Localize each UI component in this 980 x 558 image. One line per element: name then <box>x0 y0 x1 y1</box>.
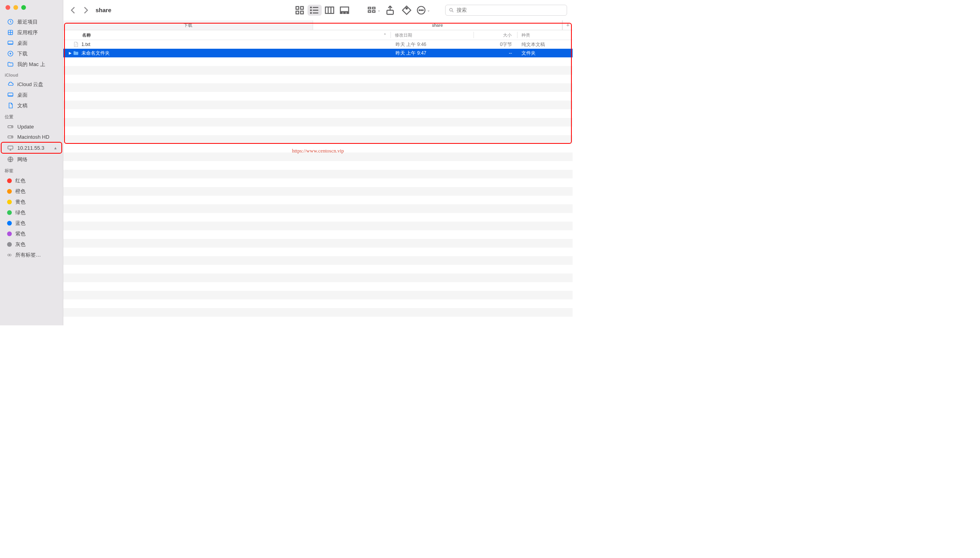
empty-row <box>63 66 573 75</box>
sidebar-item-macintosh-hd[interactable]: Macintosh HD <box>2 132 61 142</box>
highlighted-sidebar-location: 10.211.55.3 ▲ <box>1 142 62 154</box>
disclosure-triangle-icon[interactable]: ▶ <box>67 51 73 55</box>
close-window-button[interactable] <box>6 5 10 10</box>
column-header-date[interactable]: 修改日期 <box>391 32 473 38</box>
sidebar-item-label: 黄色 <box>15 198 26 206</box>
empty-row <box>63 75 573 83</box>
tab-share[interactable]: share <box>313 20 563 30</box>
svg-point-35 <box>449 8 452 11</box>
svg-point-34 <box>422 9 423 10</box>
tag-dot-icon <box>7 178 12 183</box>
empty-row <box>63 178 573 187</box>
file-row[interactable]: ▶ 未命名文件夹 昨天 上午 9:47 -- 文件夹 <box>63 49 573 57</box>
sidebar-item-network-host[interactable]: 10.211.55.3 ▲ <box>2 143 61 153</box>
sidebar-item-recents[interactable]: 最近项目 <box>2 17 61 27</box>
file-row[interactable]: 1.txt 昨天 上午 9:46 0字节 纯文本文稿 <box>63 40 573 49</box>
tag-dot-icon <box>7 221 12 226</box>
folder-icon <box>73 50 79 56</box>
tag-dot-icon <box>7 210 12 215</box>
sidebar-item-applications[interactable]: 应用程序 <box>2 27 61 38</box>
display-icon <box>7 145 14 151</box>
svg-rect-27 <box>368 11 371 12</box>
sidebar-tag-orange[interactable]: 橙色 <box>2 186 61 196</box>
empty-row <box>63 213 573 222</box>
tag-dot-icon <box>7 242 12 247</box>
sidebar-item-icloud-drive[interactable]: iCloud 云盘 <box>2 79 61 90</box>
tag-dot-icon <box>7 231 12 236</box>
view-columns-button[interactable] <box>322 5 337 16</box>
window-title: share <box>96 7 111 13</box>
empty-row <box>63 152 573 161</box>
view-list-button[interactable] <box>308 5 322 16</box>
sidebar-item-label: 最近项目 <box>17 18 38 26</box>
tag-dot-icon <box>7 189 12 194</box>
sidebar-item-label: 我的 Mac 上 <box>17 61 45 68</box>
empty-row <box>63 57 573 66</box>
svg-point-30 <box>406 7 407 9</box>
new-tab-button[interactable]: ＋ <box>562 20 573 30</box>
view-icons-button[interactable] <box>293 5 307 16</box>
search-field[interactable] <box>445 5 567 16</box>
empty-row <box>63 299 573 308</box>
column-header-size[interactable]: 大小 <box>474 32 517 38</box>
sidebar-tag-gray[interactable]: 灰色 <box>2 239 61 250</box>
sidebar-item-label: 网络 <box>17 156 28 163</box>
eject-icon[interactable]: ▲ <box>53 146 57 150</box>
file-size: 0字节 <box>474 41 518 48</box>
sidebar-item-downloads[interactable]: 下载 <box>2 48 61 59</box>
sidebar-item-on-my-mac[interactable]: 我的 Mac 上 <box>2 59 61 70</box>
view-gallery-button[interactable] <box>337 5 352 16</box>
svg-rect-24 <box>347 12 349 13</box>
sidebar-item-documents[interactable]: 文稿 <box>2 100 61 111</box>
column-header-name[interactable]: 名称 ⌃ <box>63 32 391 38</box>
sidebar-item-desktop[interactable]: 桌面 <box>2 38 61 48</box>
clock-icon <box>7 18 14 25</box>
apps-icon <box>7 29 14 36</box>
sidebar-tag-red[interactable]: 红色 <box>2 175 61 186</box>
sidebar-tag-yellow[interactable]: 黄色 <box>2 196 61 207</box>
empty-row <box>63 282 573 291</box>
sidebar-tag-blue[interactable]: 蓝色 <box>2 218 61 228</box>
svg-point-18 <box>311 9 311 10</box>
share-button[interactable] <box>383 5 397 16</box>
group-button[interactable]: ⌄ <box>367 5 381 16</box>
empty-row <box>63 317 573 325</box>
empty-row <box>63 222 573 230</box>
svg-point-33 <box>421 9 422 10</box>
svg-rect-26 <box>372 7 375 9</box>
file-list: 1.txt 昨天 上午 9:46 0字节 纯文本文稿 ▶ 未命名文件夹 昨天 上… <box>63 40 573 325</box>
tag-button[interactable] <box>400 5 414 16</box>
svg-rect-23 <box>344 12 346 13</box>
sidebar-item-label: 10.211.55.3 <box>17 145 44 151</box>
disk-icon <box>7 123 14 130</box>
fullscreen-window-button[interactable] <box>21 5 26 10</box>
column-header-kind[interactable]: 种类 <box>518 32 573 38</box>
sidebar-section-tags: 标签 <box>0 165 63 175</box>
svg-point-8 <box>11 136 12 137</box>
sidebar-item-label: 应用程序 <box>17 29 38 36</box>
minimize-window-button[interactable] <box>13 5 18 10</box>
sidebar-item-label: 桌面 <box>17 40 28 47</box>
download-icon <box>7 50 14 57</box>
tab-downloads[interactable]: 下载 <box>63 20 313 30</box>
text-file-icon <box>73 41 79 48</box>
file-kind: 纯文本文稿 <box>518 41 573 48</box>
action-button[interactable]: ⌄ <box>416 5 430 16</box>
tab-label: share <box>432 23 443 28</box>
search-input[interactable] <box>457 7 564 13</box>
empty-row <box>63 109 573 118</box>
sidebar-tag-purple[interactable]: 紫色 <box>2 228 61 239</box>
sidebar-item-update[interactable]: Update <box>2 121 61 132</box>
sidebar-item-desktop-icloud[interactable]: 桌面 <box>2 90 61 100</box>
sidebar-item-network[interactable]: 网络 <box>2 154 61 165</box>
window-controls <box>0 0 63 17</box>
forward-button[interactable] <box>81 5 91 15</box>
svg-rect-21 <box>341 7 349 11</box>
sidebar-tag-all[interactable]: 所有标签… <box>2 250 61 260</box>
svg-rect-22 <box>341 12 343 13</box>
file-name: 1.txt <box>81 42 90 47</box>
sidebar-item-label: 蓝色 <box>15 220 26 227</box>
sidebar-tag-green[interactable]: 绿色 <box>2 207 61 218</box>
back-button[interactable] <box>68 5 78 15</box>
svg-rect-25 <box>368 7 371 9</box>
